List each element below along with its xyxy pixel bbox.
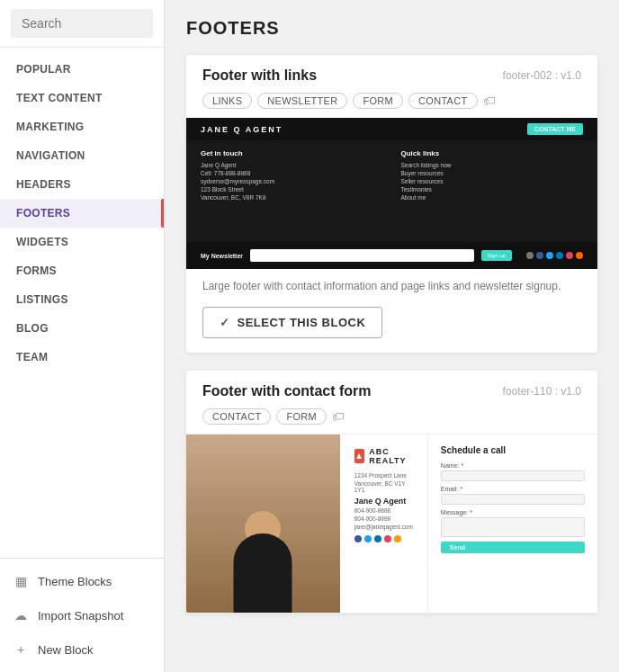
sidebar-nav-item-team[interactable]: TEAM bbox=[0, 343, 164, 372]
sidebar-nav-item-blog[interactable]: BLOG bbox=[0, 314, 164, 343]
block-preview-1: JANE Q AGENT CONTACT ME Get in touch Jan… bbox=[186, 118, 597, 269]
sidebar: POPULARTEXT CONTENTMARKETINGNAVIGATIONHE… bbox=[0, 0, 165, 672]
tag-contact: CONTACT bbox=[202, 408, 271, 425]
sidebar-nav: POPULARTEXT CONTENTMARKETINGNAVIGATIONHE… bbox=[0, 48, 164, 558]
tag-links: LINKS bbox=[202, 93, 252, 109]
sidebar-footer-label: Import Snapshot bbox=[38, 609, 123, 623]
tag-icon: 🏷 bbox=[483, 94, 496, 108]
fp2-phone2: 604-900-8888 bbox=[354, 515, 413, 522]
tag-newsletter: NEWSLETTER bbox=[257, 93, 347, 109]
fp1-col1-title: Get in touch bbox=[201, 149, 383, 157]
fp2-form-label-email: Email: * bbox=[441, 486, 585, 492]
fp2-person-photo bbox=[186, 435, 340, 614]
sidebar-nav-item-forms[interactable]: FORMS bbox=[0, 256, 164, 285]
search-input[interactable] bbox=[11, 9, 153, 38]
footer-preview-1-visual: JANE Q AGENT CONTACT ME Get in touch Jan… bbox=[186, 118, 597, 269]
fp2-email: jane@janeqagent.com bbox=[354, 524, 413, 530]
fp1-contact-btn: CONTACT ME bbox=[527, 123, 583, 135]
fp2-addr2: Vancouver, BC V1Y 1Y1 bbox=[354, 480, 413, 493]
svg-marker-0 bbox=[356, 453, 362, 459]
block-card-2-header: Footer with contact form footer-110 : v1… bbox=[186, 371, 597, 408]
block-card-1-title: Footer with links bbox=[202, 67, 317, 84]
sidebar-footer-item-import-snapshot[interactable]: ☁Import Snapshot bbox=[0, 598, 164, 632]
fp2-agent-info: ABC REALTY 1234 Prospect Lane Vancouver,… bbox=[340, 435, 427, 614]
sidebar-nav-item-widgets[interactable]: WIDGETS bbox=[0, 228, 164, 256]
search-container bbox=[0, 0, 164, 48]
main-content: FOOTERS Footer with links footer-002 : v… bbox=[165, 0, 619, 672]
block-card-2-id: footer-110 : v1.0 bbox=[503, 385, 581, 398]
block-card-1: Footer with links footer-002 : v1.0 LINK… bbox=[186, 55, 597, 353]
fp2-addr1: 1234 Prospect Lane bbox=[354, 472, 413, 479]
fp1-newsletter-btn: Sign up bbox=[481, 250, 512, 261]
fp2-schedule-form: Schedule a call Name: * Email: * Message… bbox=[427, 435, 597, 614]
tag-contact: CONTACT bbox=[408, 93, 477, 109]
block-card-2: Footer with contact form footer-110 : v1… bbox=[186, 371, 597, 614]
tag-form: FORM bbox=[276, 408, 327, 425]
sidebar-footer-label: New Block bbox=[38, 643, 93, 657]
block-card-1-desc: Large footer with contact information an… bbox=[186, 269, 597, 303]
block-card-2-title: Footer with contact form bbox=[202, 383, 372, 399]
tag-form: FORM bbox=[353, 93, 403, 109]
fp1-col2-title: Quick links bbox=[401, 149, 584, 157]
select-block-1-label: SELECT THIS BLOCK bbox=[238, 316, 366, 329]
fp2-form-input-name bbox=[441, 470, 585, 481]
fp2-agent-name: Jane Q Agent bbox=[354, 497, 413, 506]
fp2-form-label-name: Name: * bbox=[441, 462, 585, 469]
sidebar-nav-item-navigation[interactable]: NAVIGATION bbox=[0, 141, 164, 170]
fp2-form-input-email bbox=[441, 494, 585, 505]
sidebar-nav-item-text-content[interactable]: TEXT CONTENT bbox=[0, 84, 164, 112]
fp2-send-btn[interactable]: Send bbox=[441, 542, 585, 553]
sidebar-footer-item-new-block[interactable]: +New Block bbox=[0, 632, 164, 667]
page-title: FOOTERS bbox=[186, 18, 597, 39]
fp1-newsletter-label: My Newsletter bbox=[201, 253, 243, 259]
block-preview-2: ABC REALTY 1234 Prospect Lane Vancouver,… bbox=[186, 434, 597, 614]
block-card-2-tags: CONTACTFORM🏷 bbox=[186, 408, 597, 434]
fp2-logo: ABC REALTY bbox=[369, 447, 413, 465]
grid-icon: ▦ bbox=[13, 573, 29, 589]
fp1-brand: JANE Q AGENT bbox=[201, 125, 283, 134]
fp2-form-label-message: Message: * bbox=[441, 509, 585, 515]
footer-preview-2-visual: ABC REALTY 1234 Prospect Lane Vancouver,… bbox=[186, 435, 597, 614]
sidebar-nav-item-headers[interactable]: HEADERS bbox=[0, 170, 164, 199]
plus-icon: + bbox=[13, 641, 29, 658]
fp2-form-input-message bbox=[441, 517, 585, 537]
select-block-1-button[interactable]: ✓ SELECT THIS BLOCK bbox=[202, 307, 382, 338]
sidebar-nav-item-popular[interactable]: POPULAR bbox=[0, 55, 164, 84]
sidebar-footer-item-theme-blocks[interactable]: ▦Theme Blocks bbox=[0, 564, 164, 598]
fp2-schedule-title: Schedule a call bbox=[441, 445, 585, 455]
sidebar-footer-label: Theme Blocks bbox=[38, 575, 112, 588]
tag-icon-2: 🏷 bbox=[332, 409, 345, 424]
block-card-1-header: Footer with links footer-002 : v1.0 bbox=[186, 55, 597, 93]
checkmark-icon: ✓ bbox=[220, 316, 230, 329]
fp2-phone1: 604-900-8888 bbox=[354, 507, 413, 514]
sidebar-footer: ▦Theme Blocks☁Import Snapshot+New Block bbox=[0, 558, 164, 672]
sidebar-nav-item-marketing[interactable]: MARKETING bbox=[0, 112, 164, 141]
sidebar-nav-item-listings[interactable]: LISTINGS bbox=[0, 285, 164, 314]
sidebar-nav-item-footers[interactable]: FOOTERS bbox=[0, 199, 164, 228]
block-card-1-id: footer-002 : v1.0 bbox=[503, 69, 581, 82]
block-card-1-tags: LINKSNEWSLETTERFORMCONTACT🏷 bbox=[186, 93, 597, 118]
cloud-icon: ☁ bbox=[13, 607, 29, 623]
